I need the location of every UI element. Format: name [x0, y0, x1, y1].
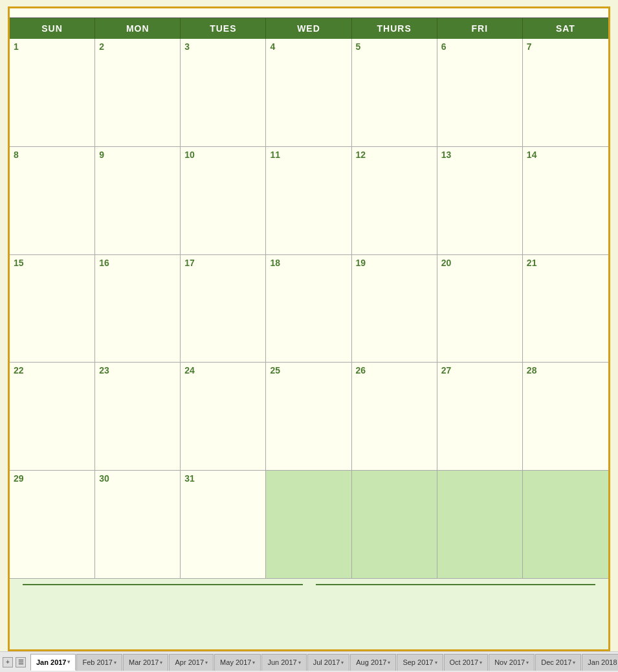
- sheet-tab-label: Sep 2017: [403, 658, 433, 666]
- day-cell-21[interactable]: 21: [523, 255, 608, 363]
- tab-controls: + ☰: [3, 657, 26, 667]
- day-cell-9[interactable]: 9: [95, 147, 181, 254]
- day-cell-2[interactable]: 2: [95, 39, 181, 146]
- day-number-18: 18: [270, 258, 347, 268]
- tab-dropdown-arrow[interactable]: ▾: [573, 660, 575, 666]
- day-cell-22[interactable]: 22: [10, 363, 95, 470]
- day-cell-10[interactable]: 10: [181, 147, 266, 254]
- sheet-tab-label: Mar 2017: [129, 658, 159, 666]
- sheet-tabs-bar: + ☰ Jan 2017▾Feb 2017▾Mar 2017▾Apr 2017▾…: [0, 651, 618, 672]
- sheet-tab-dec-2017[interactable]: Dec 2017▾: [535, 654, 581, 671]
- week-row-5: 293031: [10, 471, 608, 578]
- sheet-tab-jan-2017[interactable]: Jan 2017▾: [30, 654, 76, 671]
- day-cell-27[interactable]: 27: [437, 363, 523, 470]
- tab-dropdown-arrow[interactable]: ▾: [205, 660, 208, 666]
- day-number-7: 7: [527, 41, 604, 52]
- tab-dropdown-arrow[interactable]: ▾: [298, 660, 301, 666]
- day-cell-26[interactable]: 26: [352, 363, 437, 470]
- day-number-11: 11: [270, 150, 347, 160]
- week-row-3: 15161718192021: [10, 255, 608, 363]
- tab-menu-btn[interactable]: ☰: [16, 657, 26, 667]
- day-cell-29[interactable]: 29: [10, 471, 95, 578]
- day-cell-empty-4-6[interactable]: [523, 471, 608, 578]
- day-number-30: 30: [99, 473, 176, 484]
- day-number-1: 1: [14, 41, 91, 52]
- week-row-2: 891011121314: [10, 147, 608, 255]
- sheet-tab-label: May 2017: [220, 658, 251, 666]
- day-cell-1[interactable]: 1: [10, 39, 95, 146]
- day-cell-8[interactable]: 8: [10, 147, 95, 254]
- day-cell-17[interactable]: 17: [181, 255, 266, 363]
- tab-dropdown-arrow[interactable]: ▾: [252, 660, 255, 666]
- day-cell-24[interactable]: 24: [181, 363, 266, 470]
- day-cell-13[interactable]: 13: [437, 147, 523, 254]
- day-cell-23[interactable]: 23: [95, 363, 181, 470]
- tab-dropdown-arrow[interactable]: ▾: [341, 660, 344, 666]
- sheet-tab-jun-2017[interactable]: Jun 2017▾: [261, 654, 306, 671]
- day-cell-7[interactable]: 7: [523, 39, 608, 146]
- day-number-14: 14: [527, 150, 604, 160]
- sheet-tab-oct-2017[interactable]: Oct 2017▾: [444, 654, 489, 671]
- tab-dropdown-arrow[interactable]: ▾: [435, 660, 437, 666]
- day-cell-empty-4-3[interactable]: [266, 471, 351, 578]
- day-cell-20[interactable]: 20: [437, 255, 523, 363]
- day-number-5: 5: [356, 41, 433, 52]
- day-number-27: 27: [441, 365, 518, 375]
- day-number-16: 16: [99, 258, 176, 268]
- day-number-9: 9: [99, 150, 176, 160]
- sheet-tab-jan-2018[interactable]: Jan 2018▾: [582, 654, 618, 671]
- day-number-19: 19: [356, 258, 433, 268]
- day-cell-25[interactable]: 25: [266, 363, 351, 470]
- day-cell-15[interactable]: 15: [10, 255, 95, 363]
- day-header-sat: SAT: [523, 18, 608, 39]
- tab-dropdown-arrow[interactable]: ▾: [526, 660, 529, 666]
- day-number-25: 25: [270, 365, 347, 375]
- day-cell-12[interactable]: 12: [352, 147, 437, 254]
- tab-dropdown-arrow[interactable]: ▾: [480, 660, 482, 666]
- calendar-container: SUNMONTUESWEDTHURSFRISAT 123456789101112…: [8, 6, 610, 651]
- day-cell-31[interactable]: 31: [181, 471, 266, 578]
- sheet-tab-label: Nov 2017: [494, 658, 525, 666]
- day-cell-5[interactable]: 5: [352, 39, 437, 146]
- day-cell-28[interactable]: 28: [523, 363, 608, 470]
- day-cell-4[interactable]: 4: [266, 39, 351, 146]
- day-cell-empty-4-4[interactable]: [352, 471, 437, 578]
- sheet-tab-nov-2017[interactable]: Nov 2017▾: [489, 654, 535, 671]
- day-cell-19[interactable]: 19: [352, 255, 437, 363]
- tab-dropdown-arrow[interactable]: ▾: [114, 660, 116, 666]
- day-cell-30[interactable]: 30: [95, 471, 181, 578]
- notes-section: [10, 578, 608, 649]
- day-number-10: 10: [184, 150, 261, 160]
- sheet-tab-sep-2017[interactable]: Sep 2017▾: [397, 654, 443, 671]
- sheet-tab-may-2017[interactable]: May 2017▾: [214, 654, 261, 671]
- day-number-13: 13: [441, 150, 518, 160]
- day-number-4: 4: [270, 41, 347, 52]
- notes-line-right: [316, 584, 596, 585]
- day-cell-3[interactable]: 3: [181, 39, 266, 146]
- tab-scroll-left-btn[interactable]: +: [3, 657, 13, 667]
- day-cell-14[interactable]: 14: [523, 147, 608, 254]
- day-number-12: 12: [356, 150, 433, 160]
- tab-dropdown-arrow[interactable]: ▾: [160, 660, 162, 666]
- tab-dropdown-arrow[interactable]: ▾: [388, 660, 390, 666]
- sheet-tab-apr-2017[interactable]: Apr 2017▾: [169, 654, 214, 671]
- day-header-mon: MON: [95, 18, 181, 39]
- day-cell-18[interactable]: 18: [266, 255, 351, 363]
- day-number-8: 8: [14, 150, 91, 160]
- day-cell-empty-4-5[interactable]: [437, 471, 523, 578]
- sheet-tab-jul-2017[interactable]: Jul 2017▾: [307, 654, 350, 671]
- day-number-21: 21: [527, 258, 604, 268]
- sheet-tab-label: Apr 2017: [175, 658, 204, 666]
- day-cell-11[interactable]: 11: [266, 147, 351, 254]
- day-number-3: 3: [184, 41, 261, 52]
- sheet-tab-feb-2017[interactable]: Feb 2017▾: [76, 654, 122, 671]
- day-number-28: 28: [527, 365, 604, 375]
- calendar-title: [10, 8, 608, 17]
- day-number-6: 6: [441, 41, 518, 52]
- day-cell-16[interactable]: 16: [95, 255, 181, 363]
- day-cell-6[interactable]: 6: [437, 39, 523, 146]
- sheet-tab-aug-2017[interactable]: Aug 2017▾: [350, 654, 396, 671]
- day-header-thurs: THURS: [352, 18, 437, 39]
- tab-dropdown-arrow[interactable]: ▾: [67, 659, 70, 665]
- sheet-tab-mar-2017[interactable]: Mar 2017▾: [123, 654, 168, 671]
